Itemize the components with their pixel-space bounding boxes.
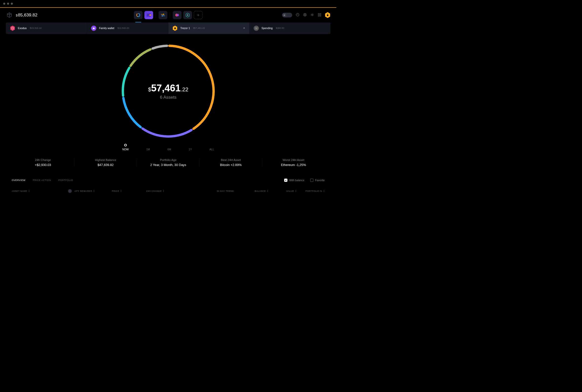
svg-rect-16 [319, 14, 320, 15]
svg-rect-22 [174, 28, 176, 29]
wallet-name: Exodus [18, 27, 27, 30]
wallets-row: Exodus$15,318.10Family wallet$12,500.00T… [6, 22, 330, 34]
nav-add-asset-button[interactable] [183, 11, 192, 19]
nav-exchange-button[interactable] [159, 11, 168, 19]
wallet-tab-trezor-1[interactable]: Trezor 1$57,461.22 [168, 22, 250, 34]
nav-wallet-button[interactable] [144, 11, 153, 19]
column-asset-name[interactable]: ASSET NAME [12, 189, 68, 193]
window-titlebar [0, 0, 336, 7]
stat-worst-24h-asset: Worst 24H AssetEthereum -1,25% [262, 158, 325, 167]
svg-rect-23 [243, 28, 245, 29]
minimize-window-icon[interactable] [7, 3, 9, 5]
wallet-name: Spending [261, 27, 273, 30]
total-balance: $85,639.82 [16, 13, 37, 18]
column-apy-rewards[interactable]: ?APY REWARDS [68, 189, 112, 193]
sort-icon [93, 190, 95, 193]
checkbox-icon [310, 179, 314, 182]
svg-rect-12 [318, 13, 319, 14]
portfolio-value: $57,461.22 [148, 82, 188, 94]
svg-rect-21 [327, 15, 328, 16]
help-icon[interactable]: ? [68, 189, 72, 193]
settings-icon[interactable] [310, 13, 314, 17]
stat-portfolio-age: Portfolio Age2 Year, 3 Month, 30 Days [137, 158, 200, 167]
nav-separator [156, 12, 156, 18]
time-range-1y[interactable]: 1Y [189, 144, 192, 151]
sort-icon [28, 190, 30, 193]
sort-icon [323, 190, 325, 193]
apps-grid-icon[interactable] [318, 13, 321, 17]
svg-rect-20 [320, 16, 321, 16]
nav-portfolio-button[interactable] [134, 11, 143, 19]
nav-separator [170, 12, 170, 18]
checkbox-checked-icon [284, 179, 287, 182]
svg-rect-14 [320, 13, 321, 14]
column-24h-change[interactable]: 24H CHANGE [146, 189, 187, 193]
svg-point-25 [257, 29, 257, 29]
filter-with-balance[interactable]: With balance [284, 179, 304, 182]
time-range-selector: NOW1M6M1YALL [122, 144, 214, 151]
app-logo-icon[interactable] [6, 12, 13, 19]
wallet-tab-exodus[interactable]: Exodus$15,318.10 [6, 22, 87, 34]
stats-row: 24h Change+$2,930.03Highest Balance$47,8… [0, 151, 336, 174]
tab-price-action[interactable]: PRICE ACTION [33, 179, 51, 181]
nav-apps-button[interactable] [173, 11, 182, 19]
svg-rect-19 [319, 16, 320, 16]
time-marker-icon [124, 144, 127, 146]
filter-favorite[interactable]: Favorite [310, 179, 325, 182]
column-value[interactable]: VALUE [268, 189, 296, 193]
svg-rect-17 [320, 14, 321, 15]
svg-point-10 [304, 14, 306, 15]
wallet-amount: $15,318.10 [30, 27, 41, 29]
wallet-name: Trezor 1 [180, 27, 190, 30]
column-30-day-trend[interactable]: 30 DAY TREND [187, 189, 234, 193]
asset-table-header: ASSET NAME ?APY REWARDS PRICE 24H CHANGE… [12, 189, 325, 193]
svg-rect-7 [284, 15, 285, 16]
portfolio-donut-chart: $57,461.22 6 Assets [116, 38, 221, 144]
wallet-tab-family-wallet[interactable]: Family wallet$12,500.00 [87, 22, 168, 34]
stat-highest-balance: Highest Balance$47,839.82 [74, 158, 137, 167]
sort-icon [120, 190, 122, 193]
tab-portfolio[interactable]: PORTFOLIO [58, 179, 73, 181]
portfolio-asset-count: 6 Assets [148, 95, 188, 100]
column-portfolio-[interactable]: PORTFOLIO % [297, 189, 325, 193]
close-window-icon[interactable] [3, 3, 5, 5]
time-range-6m[interactable]: 6M [168, 144, 171, 151]
trezor-device-icon[interactable] [325, 12, 330, 18]
svg-point-11 [312, 14, 313, 15]
stat-best-24h-asset: Best 24H AssetBitcoin +2.89% [200, 158, 262, 167]
tab-overview[interactable]: OVERVIEW [12, 179, 25, 181]
history-icon[interactable] [296, 13, 300, 17]
time-range-now[interactable]: NOW [122, 144, 129, 151]
wallet-name: Family wallet [99, 27, 114, 30]
svg-point-5 [177, 14, 179, 16]
maximize-window-icon[interactable] [11, 3, 13, 5]
eject-icon[interactable] [243, 27, 245, 30]
svg-rect-18 [318, 16, 319, 16]
sort-icon [163, 190, 164, 193]
top-nav: $85,639.82 [0, 8, 336, 23]
wallet-tab-spending[interactable]: Spending$360.50 [250, 22, 330, 34]
svg-rect-13 [319, 13, 320, 14]
stat-24h-change: 24h Change+$2,930.03 [12, 158, 74, 167]
svg-rect-15 [318, 14, 319, 15]
column-price[interactable]: PRICE [112, 189, 146, 193]
time-range-1m[interactable]: 1M [146, 144, 150, 151]
lock-toggle[interactable] [282, 13, 292, 17]
time-range-all[interactable]: ALL [210, 144, 214, 151]
support-icon[interactable] [303, 13, 307, 17]
wallet-amount: $57,461.22 [193, 27, 205, 29]
svg-point-24 [256, 29, 256, 29]
nav-new-button[interactable] [194, 11, 203, 19]
wallet-amount: $12,500.00 [117, 27, 129, 29]
wallet-amount: $360.50 [276, 27, 284, 29]
column-balance[interactable]: BALANCE [234, 189, 268, 193]
svg-rect-3 [149, 14, 151, 16]
